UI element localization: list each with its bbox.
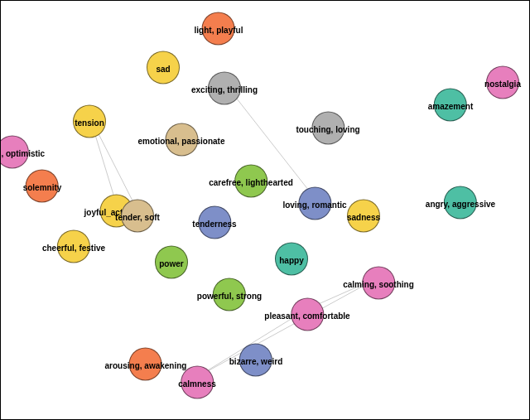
node-label: solemnity [23,183,62,192]
node-label: pleasant, comfortable [264,311,349,321]
graph-node[interactable]: tender, soft [115,200,160,222]
node-label: touching, loving [296,125,359,134]
graph-node[interactable]: sad [147,51,180,74]
node-label: calmness [178,379,216,389]
graph-viewport: light, playfulsadexciting, thrillingnost… [0,0,530,420]
graph-node[interactable]: calming, soothing [343,267,414,289]
node-label: emotional, passionate [137,137,224,146]
graph-node[interactable]: amazement [428,89,473,111]
graph-node[interactable]: sitive, optimistic [0,136,45,158]
graph-node[interactable]: nostalgia [484,66,521,89]
graph-node[interactable]: arousing, awakening [105,348,187,370]
graph-node[interactable]: angry, aggressive [426,186,495,209]
node-label: bizarre, weird [229,357,282,366]
graph-node[interactable]: emotional, passionate [137,123,224,146]
graph-node[interactable]: tension [73,105,106,128]
graph-node[interactable]: tenderness [192,206,236,229]
node-label: loving, romantic [282,200,346,210]
graph-node[interactable]: happy [275,243,308,265]
node-label: cheerful, festive [42,244,105,253]
node-label: light, playful [195,26,243,35]
graph-node[interactable]: powerful, strong [197,278,262,301]
node-label: arousing, awakening [105,361,187,370]
node-label: amazement [428,102,473,111]
graph-node[interactable]: bizarre, weird [229,344,282,366]
graph-node[interactable]: solemnity [23,170,62,192]
node-label: exciting, thrilling [191,85,258,94]
graph-node[interactable]: loving, romantic [282,187,346,210]
node-label: happy [275,256,308,265]
graph-node[interactable]: sadness [347,200,380,222]
graph-node[interactable]: power [155,246,188,268]
graph-node[interactable]: pleasant, comfortable [264,298,349,321]
graph-node[interactable]: calmness [178,366,216,389]
graph-node[interactable]: touching, loving [296,112,359,134]
node-label: nostalgia [484,80,521,89]
node-label: calming, soothing [343,280,414,289]
node-label: sitive, optimistic [0,149,45,158]
node-label: angry, aggressive [426,200,495,209]
graph-node[interactable]: carefree, lighthearted [209,165,293,187]
graph-node[interactable]: cheerful, festive [42,230,105,253]
node-label: tenderness [192,220,236,229]
graph-node[interactable]: light, playful [195,12,243,35]
node-label: carefree, lighthearted [209,178,293,187]
node-label: tender, soft [115,213,160,222]
node-label: tension [73,118,106,128]
graph-node[interactable]: exciting, thrilling [191,72,258,94]
node-label: sadness [347,213,380,222]
node-label: power [155,259,188,268]
node-label: powerful, strong [197,292,262,301]
node-label: sad [147,65,180,74]
